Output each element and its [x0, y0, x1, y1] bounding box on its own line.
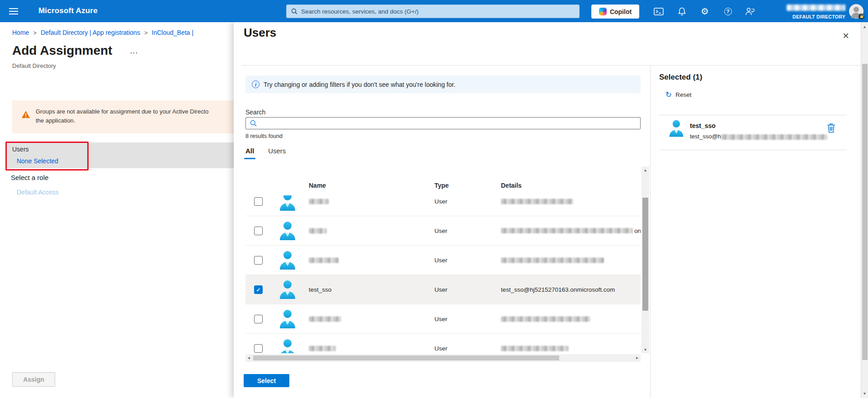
- page-subtitle: Default Directory: [12, 62, 56, 69]
- table-header: Name Type Details: [245, 176, 641, 195]
- page-scroll-thumb[interactable]: [862, 64, 868, 360]
- user-details-cell: [501, 257, 604, 264]
- horizontal-scroll-thumb[interactable]: [253, 355, 559, 360]
- vertical-scroll-thumb[interactable]: [642, 198, 648, 311]
- help-icon[interactable]: ?: [722, 6, 733, 17]
- tab-users[interactable]: Users: [268, 147, 286, 158]
- user-avatar-icon: [278, 250, 297, 270]
- user-type-cell: User: [434, 286, 448, 293]
- table-row[interactable]: User: [245, 304, 641, 334]
- scroll-down-icon[interactable]: ▼: [861, 390, 868, 397]
- list-vertical-scrollbar[interactable]: ▲ ▼: [642, 166, 649, 353]
- selected-separator: [659, 150, 847, 150]
- scroll-up-icon[interactable]: ▲: [861, 23, 868, 30]
- user-avatar-icon: [278, 280, 297, 300]
- tab-all[interactable]: All: [245, 147, 254, 158]
- user-name-cell: [309, 198, 329, 205]
- row-checkbox[interactable]: [254, 256, 263, 265]
- account-info[interactable]: DEFAULT DIRECTORY: [769, 5, 845, 19]
- overflow-menu-icon[interactable]: ⋯: [130, 48, 139, 58]
- redacted-text: [309, 258, 339, 263]
- row-checkbox[interactable]: [254, 344, 263, 353]
- cloud-shell-icon[interactable]: [653, 6, 664, 17]
- none-selected-link[interactable]: None Selected: [17, 157, 58, 165]
- scroll-up-icon[interactable]: ▲: [642, 166, 649, 174]
- breadcrumb-app-registrations[interactable]: Default Directory | App registrations: [41, 29, 140, 36]
- user-type-cell: User: [434, 227, 448, 234]
- scroll-right-icon[interactable]: ►: [634, 354, 641, 362]
- copilot-button[interactable]: Copilot: [591, 5, 639, 19]
- warning-icon: [21, 110, 30, 120]
- reset-icon: ↺: [665, 91, 672, 99]
- select-button[interactable]: Select: [244, 374, 289, 387]
- user-list: UserUseronUser✓test_ssoUsertest_sso@hj52…: [245, 195, 641, 353]
- info-icon: i: [252, 81, 259, 88]
- redacted-text: [501, 228, 633, 233]
- selected-user-name: test_sso: [690, 122, 716, 129]
- redacted-email: [721, 134, 827, 140]
- breadcrumb-incloud-beta[interactable]: InCloud_Beta |: [152, 29, 193, 36]
- row-checkbox[interactable]: [254, 315, 263, 323]
- user-avatar-icon: [278, 309, 297, 329]
- redacted-text: [309, 317, 341, 322]
- page-vertical-scrollbar[interactable]: ▲ ▼: [861, 22, 868, 398]
- row-checkbox-checked[interactable]: ✓: [254, 285, 263, 294]
- user-details-cell: test_sso@hj5215270163.onmicrosoft.com: [501, 286, 615, 293]
- table-row[interactable]: User: [245, 195, 641, 216]
- hamburger-menu-icon[interactable]: [8, 6, 19, 15]
- redacted-text: [501, 317, 590, 322]
- directory-label: DEFAULT DIRECTORY: [769, 14, 845, 19]
- results-count: 8 results found: [245, 133, 283, 139]
- copilot-icon: [599, 8, 607, 15]
- breadcrumb-home[interactable]: Home: [12, 29, 29, 36]
- column-header-type: Type: [434, 182, 449, 189]
- row-checkbox[interactable]: [254, 197, 263, 206]
- table-row[interactable]: User: [245, 334, 641, 353]
- user-name-cell: [309, 257, 339, 264]
- user-type-cell: User: [434, 345, 448, 352]
- redacted-text: [309, 199, 329, 204]
- user-type-cell: User: [434, 198, 448, 205]
- info-banner-text: Try changing or adding filters if you do…: [264, 81, 455, 88]
- table-row[interactable]: Useron: [245, 216, 641, 246]
- search-icon: [291, 8, 297, 14]
- user-avatar-icon: [278, 195, 297, 212]
- list-horizontal-scrollbar[interactable]: ◄ ►: [245, 354, 641, 362]
- row-checkbox[interactable]: [254, 227, 263, 235]
- selected-user-email: test_sso@h: [690, 133, 827, 140]
- notifications-bell-icon[interactable]: [676, 6, 687, 17]
- table-row[interactable]: ✓test_ssoUsertest_sso@hj5215270163.onmic…: [245, 275, 641, 304]
- table-row[interactable]: User: [245, 246, 641, 275]
- user-details-cell: [501, 345, 569, 352]
- delete-icon[interactable]: [827, 123, 835, 135]
- global-search-input[interactable]: [301, 8, 554, 15]
- panel-search-input[interactable]: [260, 120, 631, 127]
- settings-gear-icon[interactable]: ⚙: [699, 6, 710, 17]
- close-icon[interactable]: ×: [843, 30, 849, 41]
- column-header-name: Name: [309, 182, 326, 189]
- panel-divider: [241, 65, 868, 66]
- global-search[interactable]: [286, 5, 580, 18]
- column-header-details: Details: [501, 182, 522, 189]
- reset-button[interactable]: ↺ Reset: [665, 91, 692, 99]
- account-avatar[interactable]: [849, 4, 863, 19]
- users-panel: Users × i Try changing or adding filters…: [234, 22, 868, 398]
- scroll-left-icon[interactable]: ◄: [245, 354, 252, 362]
- redacted-text: [501, 346, 569, 351]
- portal-title: Microsoft Azure: [38, 6, 98, 15]
- user-type-cell: User: [434, 257, 448, 264]
- feedback-icon[interactable]: [745, 6, 755, 17]
- select-role-label: Select a role: [11, 174, 48, 181]
- panel-search[interactable]: [245, 117, 641, 129]
- user-details-cell: [501, 316, 590, 322]
- default-access-link[interactable]: Default Access: [17, 189, 59, 196]
- page-title: Add Assignment: [12, 43, 112, 58]
- user-name-cell: [309, 316, 341, 322]
- redacted-text: [501, 258, 604, 263]
- selected-title: Selected (1): [659, 73, 702, 82]
- assign-button[interactable]: Assign: [12, 372, 55, 387]
- selected-panel-divider: [650, 65, 651, 398]
- user-details-cell: on: [501, 227, 641, 234]
- scroll-down-icon[interactable]: ▼: [642, 346, 649, 353]
- users-label: Users: [12, 146, 29, 153]
